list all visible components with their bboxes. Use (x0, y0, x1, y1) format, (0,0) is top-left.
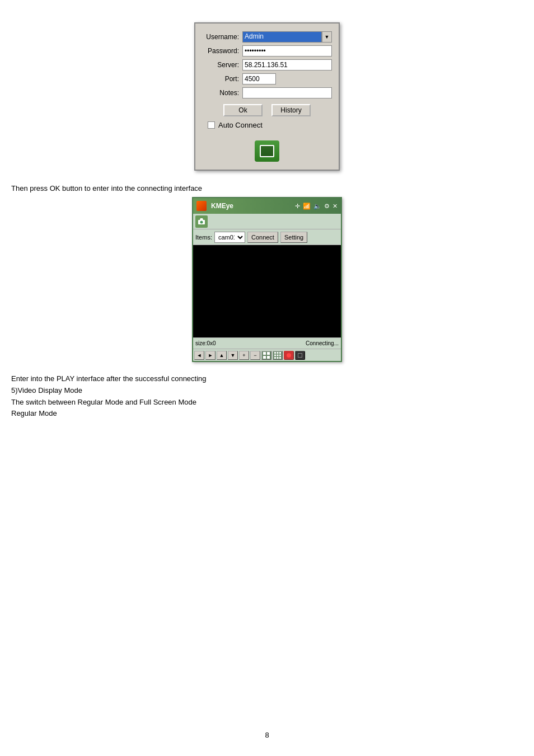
username-input[interactable]: Admin (242, 31, 322, 43)
kmeye-bottombar: ◄ ► ▲ ▼ + − (193, 349, 341, 361)
login-dialog-section: Username: Admin ▼ Password: Server: Port… (0, 0, 534, 171)
settings-icon[interactable]: ⚙ (324, 203, 330, 210)
next-button[interactable]: ► (205, 351, 216, 360)
password-row: Password: (202, 45, 332, 57)
close-icon[interactable]: ✕ (332, 203, 338, 210)
ok-button[interactable]: Ok (223, 104, 263, 116)
svg-rect-14 (277, 357, 279, 359)
page-number: 8 (265, 731, 269, 739)
prev-button[interactable]: ◄ (194, 351, 204, 360)
password-input[interactable] (242, 45, 332, 57)
dialog-icon-row (202, 140, 332, 162)
kmeye-titlebar: KMEye ✛ 📶 🔈 ⚙ ✕ (193, 198, 341, 214)
cam-select[interactable]: cam01 (214, 232, 245, 243)
move-icon[interactable]: ✛ (295, 203, 300, 210)
camera-icon (255, 140, 279, 162)
signal-icon: 📶 (303, 203, 311, 210)
username-row: Username: Admin ▼ (202, 31, 332, 43)
port-label: Port: (202, 75, 242, 83)
record-button[interactable] (284, 351, 294, 360)
svg-rect-8 (277, 352, 279, 354)
svg-rect-5 (263, 356, 266, 359)
password-label: Password: (202, 47, 242, 55)
kmeye-window: KMEye ✛ 📶 🔈 ⚙ ✕ Items: cam (192, 197, 342, 362)
plus-button[interactable]: + (239, 351, 249, 360)
username-label: Username: (202, 33, 242, 41)
minus-button[interactable]: − (250, 351, 260, 360)
up-button[interactable]: ▲ (217, 351, 227, 360)
auto-connect-row: Auto Connect (208, 121, 332, 129)
port-row: Port: (202, 73, 332, 84)
down-button[interactable]: ▼ (228, 351, 238, 360)
svg-rect-10 (274, 354, 276, 356)
kmeye-controls: Items: cam01 Connect Setting (193, 229, 341, 245)
server-input[interactable] (242, 59, 332, 71)
kmeye-toolbar (193, 214, 341, 229)
notes-label: Notes: (202, 89, 242, 97)
grid-4-button[interactable] (261, 351, 271, 360)
instructions-line-4: Regular Mode (11, 408, 523, 420)
status-connecting: Connecting... (306, 340, 339, 346)
username-dropdown-arrow[interactable]: ▼ (322, 31, 332, 43)
auto-connect-checkbox[interactable] (208, 121, 215, 129)
svg-marker-2 (200, 218, 203, 220)
items-label: Items: (195, 234, 212, 241)
kmeye-statusbar: size:0x0 Connecting... (193, 337, 341, 349)
svg-rect-3 (263, 352, 266, 355)
volume-icon[interactable]: 🔈 (313, 203, 321, 210)
instruction-text-1: Then press OK button to enter into the c… (0, 180, 534, 197)
setting-button[interactable]: Setting (280, 232, 307, 243)
notes-row: Notes: (202, 87, 332, 98)
kmeye-title: KMEye (211, 202, 293, 210)
server-label: Server: (202, 61, 242, 69)
instructions-line-2: 5)Video Display Mode (11, 385, 523, 397)
svg-rect-9 (279, 352, 281, 354)
toolbar-camera-icon[interactable] (195, 215, 208, 228)
server-row: Server: (202, 59, 332, 71)
instructions-line-3: The switch between Regular Mode and Full… (11, 397, 523, 408)
svg-rect-6 (267, 356, 270, 359)
svg-rect-15 (279, 357, 281, 359)
username-dropdown[interactable]: Admin ▼ (242, 31, 332, 43)
notes-input[interactable] (242, 87, 332, 98)
button-row: Ok History (202, 104, 332, 116)
instructions-line-1: Enter into the PLAY interface after the … (11, 373, 523, 385)
svg-rect-7 (274, 352, 276, 354)
kmeye-logo-icon (196, 201, 207, 211)
kmeye-video-area (193, 245, 341, 337)
svg-point-1 (200, 220, 203, 223)
svg-rect-4 (267, 352, 270, 355)
grid-9-button[interactable] (273, 351, 283, 360)
instruction-1-text: Then press OK button to enter into the c… (11, 184, 202, 192)
svg-rect-13 (274, 357, 276, 359)
stop-button[interactable] (295, 351, 305, 360)
login-dialog: Username: Admin ▼ Password: Server: Port… (194, 22, 340, 171)
kmeye-section: KMEye ✛ 📶 🔈 ⚙ ✕ Items: cam (0, 197, 534, 362)
connect-button[interactable]: Connect (247, 232, 278, 243)
title-icons: ✛ 📶 🔈 ⚙ ✕ (295, 203, 338, 210)
svg-rect-11 (277, 354, 279, 356)
history-button[interactable]: History (271, 104, 311, 116)
svg-rect-12 (279, 354, 281, 356)
port-input[interactable] (242, 73, 276, 84)
status-size: size:0x0 (195, 340, 216, 346)
auto-connect-label: Auto Connect (218, 121, 263, 129)
instructions-block: Enter into the PLAY interface after the … (0, 369, 534, 424)
